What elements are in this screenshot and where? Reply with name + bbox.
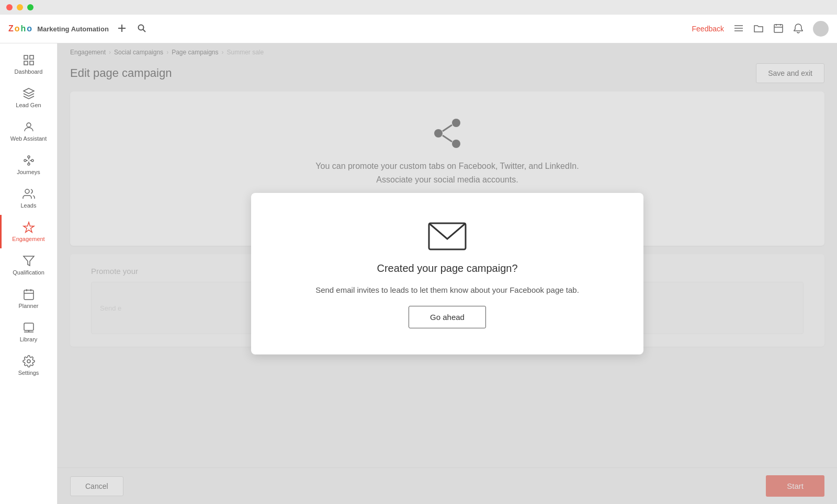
sidebar-item-qualification[interactable]: Qualification [0,248,57,282]
sidebar-item-leads[interactable]: Leads [0,181,57,215]
sidebar-item-lead-gen[interactable]: Lead Gen [0,81,57,114]
logo-letter-o2: o [27,24,32,33]
bell-icon-button[interactable] [793,23,804,35]
list-icon-button[interactable] [733,23,744,35]
svg-rect-14 [30,61,33,65]
minimize-dot[interactable] [17,4,23,10]
calendar-icon-button[interactable] [773,23,784,35]
svg-rect-30 [24,323,33,330]
sidebar-item-planner[interactable]: Planner [0,282,57,315]
svg-point-16 [24,159,26,162]
avatar[interactable] [813,21,829,37]
sidebar-label-engagement: Engagement [12,236,44,242]
logo-letter-h: h [21,24,26,33]
sidebar-label-journeys: Journeys [17,169,40,175]
feedback-link[interactable]: Feedback [692,25,724,33]
window-controls [0,0,837,15]
modal-overlay: Created your page campaign? Send email i… [58,43,837,504]
logo-area: Zoho Marketing Automation [8,24,109,33]
sidebar-label-planner: Planner [19,303,39,309]
add-button[interactable] [115,21,129,37]
sidebar-item-engagement[interactable]: Engagement [0,215,57,248]
go-ahead-button[interactable]: Go ahead [409,306,486,328]
sidebar-label-lead-gen: Lead Gen [16,102,41,108]
sidebar-label-leads: Leads [21,202,37,209]
svg-rect-12 [30,55,33,59]
top-bar-icons: Feedback [692,21,829,37]
sidebar-item-dashboard[interactable]: Dashboard [0,48,57,81]
folder-icon-button[interactable] [753,23,764,35]
svg-point-18 [31,159,33,162]
sidebar-label-library: Library [20,336,38,342]
close-dot[interactable] [6,4,13,10]
logo-letter-o1: o [15,24,20,33]
svg-point-17 [28,156,30,158]
app-name: Marketing Automation [37,25,109,33]
sidebar-label-dashboard: Dashboard [15,68,43,75]
svg-point-24 [25,189,29,193]
svg-point-33 [27,360,30,363]
svg-rect-7 [774,25,783,32]
svg-marker-25 [24,256,34,266]
sidebar-label-web-assistant: Web Assistant [10,135,47,142]
maximize-dot[interactable] [27,4,33,10]
sidebar-item-web-assistant[interactable]: Web Assistant [0,114,57,148]
modal-card: Created your page campaign? Send email i… [251,193,643,354]
modal-title: Created your page campaign? [377,262,517,274]
svg-point-19 [28,163,30,165]
zoho-logo: Zoho [8,24,32,33]
sidebar: Dashboard Lead Gen Web Assistant Journey… [0,43,58,504]
sidebar-label-settings: Settings [18,370,39,376]
svg-line-3 [143,29,145,32]
modal-text: Send email invites to leads to let them … [315,284,579,296]
sidebar-item-library[interactable]: Library [0,315,57,349]
sidebar-label-qualification: Qualification [13,269,44,276]
main-layout: Dashboard Lead Gen Web Assistant Journey… [0,43,837,504]
svg-rect-11 [24,55,28,59]
content-area: Engagement › Social campaigns › Page cam… [58,43,837,504]
logo-letter-z: Z [8,24,14,33]
search-button[interactable] [135,21,149,37]
svg-rect-13 [24,61,28,65]
sidebar-item-settings[interactable]: Settings [0,349,57,382]
top-bar: Zoho Marketing Automation Feedback [0,15,837,43]
svg-rect-26 [24,290,33,300]
svg-point-2 [138,25,143,30]
svg-point-15 [27,123,31,127]
email-icon [426,219,468,253]
sidebar-item-journeys[interactable]: Journeys [0,148,57,181]
